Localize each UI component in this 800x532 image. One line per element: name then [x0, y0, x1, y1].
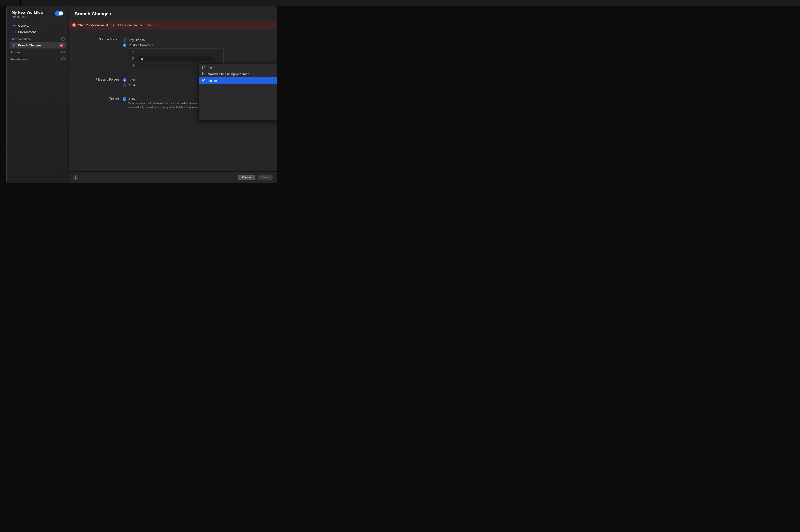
svg-point-5 [15, 44, 15, 45]
radio-label: Start [129, 78, 135, 82]
radio-label: Cust [129, 83, 135, 87]
add-start-condition-button[interactable] [61, 37, 65, 41]
section-actions: Actions [10, 49, 66, 55]
autocomplete-option-beginning-ma[interactable]: branches beginning with "ma" [199, 71, 277, 77]
svg-point-0 [14, 25, 15, 26]
radio-label: Any Branch [129, 38, 145, 42]
radio-indicator [123, 43, 126, 47]
workflow-enabled-toggle[interactable] [55, 11, 63, 16]
server-icon [12, 30, 16, 34]
cancel-button[interactable]: Cancel [238, 175, 255, 180]
svg-point-4 [13, 46, 14, 46]
page-title: Branch Changes [69, 6, 277, 21]
plus-icon [132, 63, 135, 67]
help-button[interactable]: ? [73, 175, 78, 180]
branch-icon [131, 57, 135, 61]
gear-icon [12, 23, 16, 27]
error-text: Start Conditions must have at least one … [78, 23, 154, 27]
branch-entry-empty[interactable] [129, 49, 223, 55]
error-banner: Start Conditions must have at least one … [69, 21, 277, 29]
autocomplete-option-master[interactable]: master [199, 77, 277, 84]
radio-indicator [123, 83, 126, 87]
option-label: master [207, 79, 217, 82]
section-label: Post-Actions [11, 58, 27, 61]
branch-autocomplete-dropdown: ma branches beginning with "ma" master [199, 64, 277, 120]
section-post-actions: Post-Actions [10, 55, 66, 62]
branch-entry-input-row: ma [129, 55, 223, 62]
sidebar-item-label: General [18, 24, 29, 27]
svg-point-3 [13, 44, 14, 45]
radio-indicator [123, 38, 126, 42]
option-label: branches beginning with "ma" [207, 72, 249, 76]
branch-icon [201, 72, 205, 76]
sidebar: My New Workflow Ocean Chill General Envi… [7, 6, 69, 183]
option-label: Auto [128, 97, 135, 101]
sidebar-header: My New Workflow Ocean Chill [10, 9, 66, 22]
sidebar-item-environment[interactable]: Environment [10, 29, 66, 35]
source-branch-label: Source Branch: [75, 37, 121, 41]
sidebar-item-label: Branch Changes [18, 43, 41, 47]
radio-any-branch[interactable]: Any Branch [123, 37, 271, 42]
section-label: Actions [11, 51, 20, 54]
options-label: Options: [75, 96, 121, 100]
radio-label: Custom Branches [129, 43, 153, 47]
form-content: Source Branch: Any Branch Custom Branche… [69, 29, 277, 171]
save-button[interactable]: Save [257, 175, 273, 180]
option-label: ma [207, 65, 212, 69]
remove-branch-changes-button[interactable] [59, 43, 63, 47]
sidebar-title-block: My New Workflow Ocean Chill [12, 11, 43, 19]
sidebar-item-branch-changes[interactable]: Branch Changes [10, 42, 66, 49]
branch-icon [201, 79, 205, 82]
add-post-action-button[interactable] [61, 57, 65, 61]
section-label: Start Conditions [11, 37, 32, 41]
files-folders-label: Files and Folders: [75, 77, 121, 81]
autocomplete-option-ma[interactable]: ma [199, 64, 277, 71]
add-action-button[interactable] [61, 51, 65, 54]
svg-rect-2 [13, 32, 15, 33]
radio-custom-branches[interactable]: Custom Branches [123, 42, 271, 48]
section-start-conditions: Start Conditions [10, 35, 66, 42]
branch-icon [12, 43, 16, 47]
branch-icon [131, 50, 135, 54]
app-topbar [0, 0, 800, 6]
radio-indicator [123, 78, 126, 82]
footer-bar: ? Cancel Save [69, 171, 277, 183]
main-panel: Branch Changes Start Conditions must hav… [69, 6, 277, 183]
branch-input-text: ma [139, 57, 143, 60]
svg-rect-1 [13, 31, 15, 32]
workflow-title: My New Workflow [12, 11, 43, 15]
branch-icon [201, 65, 205, 69]
dropdown-empty-space [199, 84, 277, 120]
sidebar-item-label: Environment [18, 30, 36, 34]
checkbox-auto-cancel[interactable] [123, 97, 126, 100]
error-icon [72, 23, 76, 27]
topbar-left-region [0, 0, 21, 6]
workflow-subtitle: Ocean Chill [12, 15, 43, 19]
sidebar-item-general[interactable]: General [10, 22, 66, 29]
workflow-editor-window: My New Workflow Ocean Chill General Envi… [6, 6, 277, 183]
branch-name-input[interactable]: ma [137, 56, 213, 61]
